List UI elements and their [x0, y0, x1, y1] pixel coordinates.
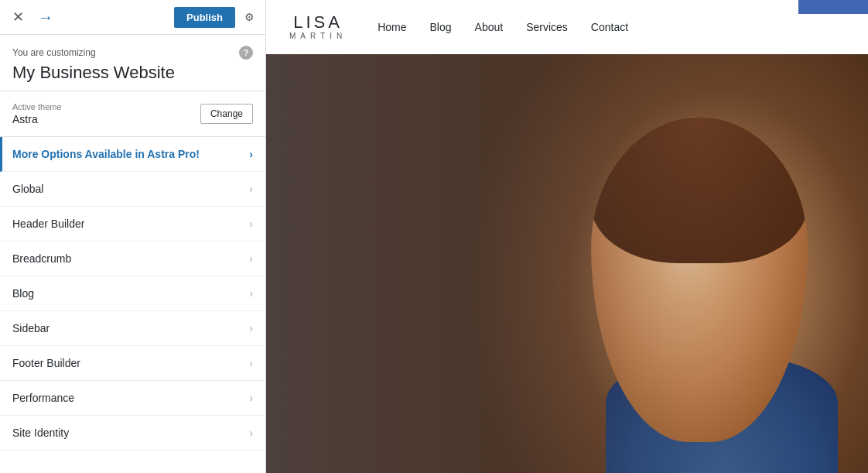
- nav-link-home[interactable]: Home: [378, 21, 406, 33]
- nav-item-global[interactable]: Global ›: [0, 172, 265, 207]
- customizer-panel: ✕ → Publish ⚙ You are customizing ? My B…: [0, 0, 266, 473]
- nav-link-blog[interactable]: Blog: [430, 21, 452, 33]
- publish-button[interactable]: Publish: [174, 7, 235, 28]
- chevron-right-icon: ›: [249, 252, 253, 265]
- logo-name: LISA: [293, 14, 343, 31]
- nav-item-header-builder[interactable]: Header Builder ›: [0, 207, 265, 242]
- chevron-right-icon: ›: [249, 148, 253, 160]
- theme-name: Astra: [12, 113, 62, 125]
- facebook-bar: [798, 0, 868, 14]
- nav-item-breadcrumb[interactable]: Breadcrumb ›: [0, 242, 265, 276]
- nav-item-footer-builder-label: Footer Builder: [12, 357, 80, 369]
- nav-link-services[interactable]: Services: [526, 21, 568, 33]
- nav-item-blog[interactable]: Blog ›: [0, 276, 265, 311]
- chevron-right-icon: ›: [249, 427, 253, 439]
- chevron-right-icon: ›: [249, 392, 253, 404]
- nav-item-astra-pro[interactable]: More Options Available in Astra Pro! ›: [0, 137, 265, 172]
- nav-link-contact[interactable]: Contact: [591, 21, 628, 33]
- chevron-right-icon: ›: [249, 322, 253, 334]
- site-name: My Business Website: [12, 63, 253, 83]
- nav-item-footer-builder[interactable]: Footer Builder ›: [0, 346, 265, 381]
- nav-link-about[interactable]: About: [475, 21, 504, 33]
- nav-item-site-identity-label: Site Identity: [12, 427, 69, 439]
- hero-overlay: [266, 54, 868, 473]
- nav-item-sidebar-label: Sidebar: [12, 322, 50, 334]
- arrow-icon: →: [38, 9, 53, 26]
- nav-item-sidebar[interactable]: Sidebar ›: [0, 311, 265, 346]
- active-theme-section: Active theme Astra Change: [0, 91, 265, 137]
- chevron-right-icon: ›: [249, 287, 253, 300]
- close-button[interactable]: ✕: [8, 7, 29, 27]
- preview-nav: Home Blog About Services Contact: [378, 21, 628, 33]
- nav-item-global-label: Global: [12, 183, 43, 195]
- customizing-prefix: You are customizing: [12, 47, 96, 58]
- logo-area: LISA MARTIN: [289, 14, 347, 40]
- customizing-info: You are customizing ? My Business Websit…: [0, 35, 265, 91]
- theme-label: Active theme: [12, 102, 62, 111]
- nav-item-blog-label: Blog: [12, 287, 34, 300]
- preview-panel: LISA MARTIN Home Blog About Services Con…: [266, 0, 868, 473]
- nav-list: More Options Available in Astra Pro! › G…: [0, 137, 265, 473]
- help-icon[interactable]: ?: [239, 46, 253, 60]
- chevron-right-icon: ›: [249, 183, 253, 195]
- change-theme-button[interactable]: Change: [200, 104, 253, 124]
- gear-button[interactable]: ⚙: [241, 8, 258, 26]
- preview-hero: [266, 54, 868, 473]
- logo-sub: MARTIN: [289, 33, 347, 40]
- nav-item-breadcrumb-label: Breadcrumb: [12, 252, 71, 265]
- chevron-right-icon: ›: [249, 218, 253, 230]
- theme-info: Active theme Astra: [12, 102, 62, 125]
- preview-header: LISA MARTIN Home Blog About Services Con…: [266, 0, 868, 54]
- nav-item-site-identity[interactable]: Site Identity ›: [0, 416, 265, 451]
- customizing-label: You are customizing ?: [12, 46, 253, 60]
- nav-item-astra-pro-label: More Options Available in Astra Pro!: [12, 148, 200, 160]
- nav-item-header-builder-label: Header Builder: [12, 218, 84, 230]
- nav-item-performance[interactable]: Performance ›: [0, 381, 265, 416]
- nav-item-performance-label: Performance: [12, 392, 74, 404]
- topbar: ✕ → Publish ⚙: [0, 0, 265, 35]
- chevron-right-icon: ›: [249, 357, 253, 369]
